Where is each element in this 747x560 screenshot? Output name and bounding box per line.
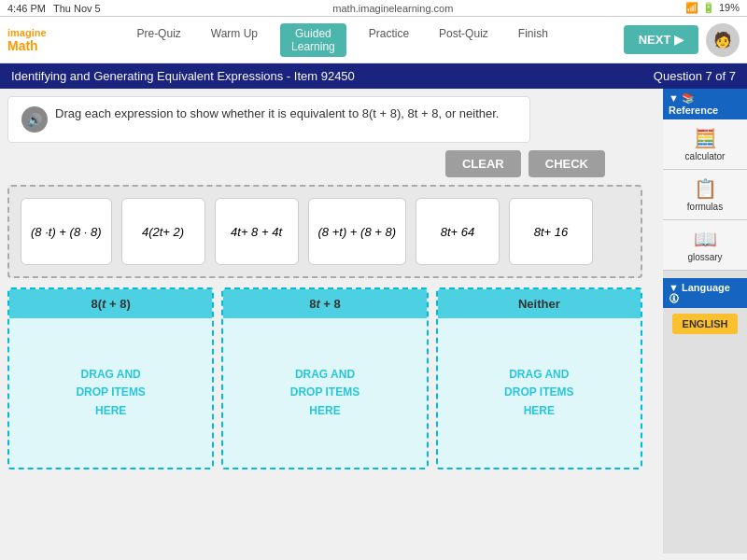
day: Thu Nov 5 <box>53 3 101 14</box>
drop-zone-2-header: 8t + 8 <box>223 289 426 318</box>
action-buttons: CLEAR CHECK <box>7 150 605 177</box>
question-bar: Identifying and Generating Equivalent Ex… <box>0 63 747 89</box>
tab-finish[interactable]: Finish <box>511 23 556 57</box>
battery-icon: 🔋 <box>702 2 715 14</box>
url-bar: math.imaginelearning.com <box>101 3 685 14</box>
drop-zone-1[interactable]: 8(t + 8) DRAG ANDDROP ITEMSHERE <box>7 287 214 469</box>
drop-hint-1: DRAG ANDDROP ITEMSHERE <box>76 366 145 420</box>
calculator-icon: 🧮 <box>694 127 717 149</box>
formulas-label: formulas <box>687 202 723 212</box>
expr-card-3[interactable]: 4t + 8 + 4t <box>215 198 299 265</box>
wifi-icon: 📶 <box>685 2 698 14</box>
language-section: ▼ Language 🛈 <box>663 278 747 308</box>
instruction-box: 🔊 Drag each expression to show whether i… <box>7 96 530 143</box>
nav-tabs: Pre-Quiz Warm Up GuidedLearning Practice… <box>62 23 624 57</box>
drop-hint-3: DRAG ANDDROP ITEMSHERE <box>504 366 573 420</box>
tab-guided-learning[interactable]: GuidedLearning <box>280 23 346 57</box>
tab-pre-quiz[interactable]: Pre-Quiz <box>129 23 188 57</box>
logo-line2: Math <box>7 38 38 53</box>
time-info: 4:46 PM Thu Nov 5 <box>7 3 101 14</box>
expr-card-4[interactable]: (8 + t) + (8 + 8) <box>308 198 406 265</box>
clear-button[interactable]: CLEAR <box>445 150 521 177</box>
top-bar: 4:46 PM Thu Nov 5 math.imaginelearning.c… <box>0 0 747 17</box>
drop-zones: 8(t + 8) DRAG ANDDROP ITEMSHERE 8t + 8 D… <box>7 287 642 469</box>
drop-zone-1-body: DRAG ANDDROP ITEMSHERE <box>9 318 212 468</box>
tab-practice[interactable]: Practice <box>361 23 416 57</box>
content-area: 🔊 Drag each expression to show whether i… <box>0 89 663 553</box>
expr-card-6[interactable]: 8t + 16 <box>509 198 593 265</box>
reference-section: ▼ 📚 Reference <box>663 89 747 119</box>
avatar: 🧑 <box>706 23 740 57</box>
drop-hint-2: DRAG ANDDROP ITEMSHERE <box>290 366 359 420</box>
logo: imagine Math <box>7 27 47 53</box>
language-label: ▼ Language 🛈 <box>669 282 741 304</box>
drop-zone-1-header: 8(t + 8) <box>9 289 212 318</box>
tab-post-quiz[interactable]: Post-Quiz <box>431 23 496 57</box>
tab-warm-up[interactable]: Warm Up <box>204 23 265 57</box>
glossary-label: glossary <box>687 252 722 262</box>
question-count: Question 7 of 7 <box>654 69 736 83</box>
glossary-icon: 📖 <box>694 228 717 250</box>
sound-button[interactable]: 🔊 <box>21 106 48 133</box>
drop-zone-2[interactable]: 8t + 8 DRAG ANDDROP ITEMSHERE <box>221 287 428 469</box>
calculator-label: calculator <box>685 151 726 161</box>
right-panel: ▼ 📚 Reference 🧮 calculator 📋 formulas 📖 … <box>663 89 747 553</box>
reference-label: ▼ 📚 Reference <box>669 92 741 116</box>
cards-area: (8 · t) + (8 · 8) 4(2t + 2) 4t + 8 + 4t … <box>7 185 642 278</box>
nav-bar: imagine Math Pre-Quiz Warm Up GuidedLear… <box>0 17 747 63</box>
next-button[interactable]: NEXT ▶ <box>624 25 698 54</box>
expr-card-5[interactable]: 8t + 64 <box>416 198 500 265</box>
calculator-button[interactable]: 🧮 calculator <box>663 119 747 170</box>
glossary-button[interactable]: 📖 glossary <box>663 220 747 271</box>
drop-zone-3-header: Neither <box>438 289 641 318</box>
time: 4:46 PM <box>7 3 46 14</box>
main-area: 🔊 Drag each expression to show whether i… <box>0 89 747 553</box>
expr-card-1[interactable]: (8 · t) + (8 · 8) <box>21 198 112 265</box>
drop-zone-2-body: DRAG ANDDROP ITEMSHERE <box>223 318 426 468</box>
status-icons: 📶 🔋 19% <box>685 2 740 14</box>
formulas-icon: 📋 <box>694 177 717 200</box>
english-button[interactable]: ENGLISH <box>672 314 738 334</box>
logo-line1: imagine <box>7 27 47 38</box>
instruction-text: Drag each expression to show whether it … <box>55 106 499 120</box>
check-button[interactable]: CHECK <box>529 150 605 177</box>
question-title: Identifying and Generating Equivalent Ex… <box>11 69 355 83</box>
formulas-button[interactable]: 📋 formulas <box>663 170 747 220</box>
drop-zone-3-body: DRAG ANDDROP ITEMSHERE <box>438 318 641 468</box>
drop-zone-3[interactable]: Neither DRAG ANDDROP ITEMSHERE <box>436 287 642 469</box>
expr-card-2[interactable]: 4(2t + 2) <box>121 198 205 265</box>
battery-level: 19% <box>719 2 740 14</box>
